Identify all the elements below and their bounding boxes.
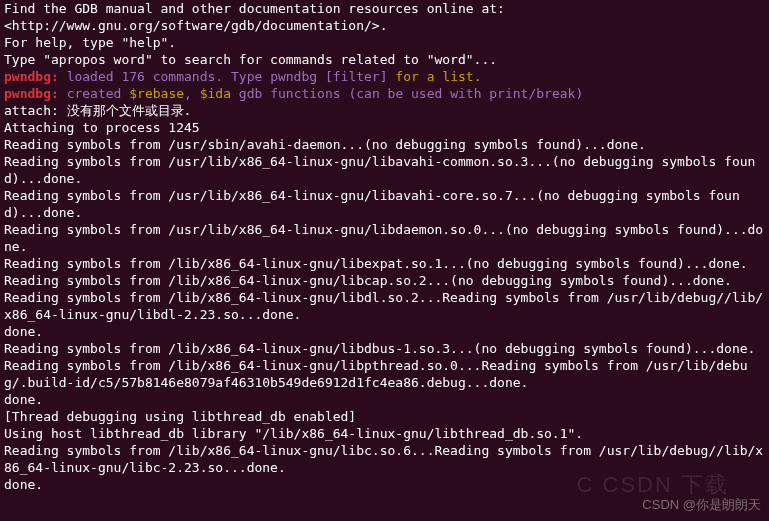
terminal-segment: <http://www.gnu.org/software/gdb/documen…	[4, 18, 388, 33]
terminal-segment: pwndbg:	[4, 69, 67, 84]
terminal-segment: Reading symbols from /usr/sbin/avahi-dae…	[4, 137, 646, 152]
terminal-line: [Thread debugging using libthread_db ena…	[4, 408, 765, 425]
terminal-segment: created	[67, 86, 130, 101]
terminal-line: pwndbg: created $rebase, $ida gdb functi…	[4, 85, 765, 102]
terminal-segment: Using host libthread_db library "/lib/x8…	[4, 426, 583, 441]
terminal-segment: [Thread debugging using libthread_db ena…	[4, 409, 356, 424]
terminal-line: <http://www.gnu.org/software/gdb/documen…	[4, 17, 765, 34]
terminal-segment: ,	[184, 86, 200, 101]
terminal-segment: Reading symbols from /lib/x86_64-linux-g…	[4, 290, 763, 322]
terminal-segment: Reading symbols from /lib/x86_64-linux-g…	[4, 341, 755, 356]
terminal-line: Reading symbols from /lib/x86_64-linux-g…	[4, 255, 765, 272]
terminal-line: Reading symbols from /lib/x86_64-linux-g…	[4, 289, 765, 323]
terminal-line: attach: 没有那个文件或目录.	[4, 102, 765, 119]
terminal-line: Using host libthread_db library "/lib/x8…	[4, 425, 765, 442]
terminal-segment: Attaching to process 1245	[4, 120, 200, 135]
watermark-text: CSDN @你是朗朗天	[642, 496, 761, 513]
watermark-ghost: C CSDN 下载	[577, 476, 729, 493]
terminal-line: Reading symbols from /usr/lib/x86_64-lin…	[4, 221, 765, 255]
terminal-segment: gdb functions (can be used with print/br…	[239, 86, 583, 101]
terminal-segment: done.	[4, 392, 43, 407]
terminal-line: Reading symbols from /lib/x86_64-linux-g…	[4, 357, 765, 391]
terminal-segment: loaded 176 commands. Type	[67, 69, 271, 84]
terminal-segment: Find the GDB manual and other documentat…	[4, 1, 505, 16]
terminal-segment: pwndbg:	[4, 86, 67, 101]
terminal-segment: Reading symbols from /usr/lib/x86_64-lin…	[4, 222, 763, 254]
terminal-line: Reading symbols from /usr/lib/x86_64-lin…	[4, 187, 765, 221]
terminal-line: Reading symbols from /lib/x86_64-linux-g…	[4, 442, 765, 476]
terminal-line: Reading symbols from /usr/sbin/avahi-dae…	[4, 136, 765, 153]
terminal-line: Reading symbols from /lib/x86_64-linux-g…	[4, 340, 765, 357]
terminal-segment: attach: 没有那个文件或目录.	[4, 103, 191, 118]
terminal-line: Reading symbols from /lib/x86_64-linux-g…	[4, 272, 765, 289]
terminal-segment: $ida	[200, 86, 239, 101]
terminal-output[interactable]: Find the GDB manual and other documentat…	[0, 0, 769, 493]
terminal-line: Reading symbols from /usr/lib/x86_64-lin…	[4, 153, 765, 187]
terminal-segment: pwndbg [filter]	[270, 69, 395, 84]
terminal-segment: $rebase	[129, 86, 184, 101]
terminal-line: Attaching to process 1245	[4, 119, 765, 136]
terminal-segment: Reading symbols from /lib/x86_64-linux-g…	[4, 273, 732, 288]
terminal-segment: done.	[4, 324, 43, 339]
terminal-line: done.	[4, 323, 765, 340]
terminal-segment: Type "apropos word" to search for comman…	[4, 52, 497, 67]
terminal-segment: done.	[4, 477, 43, 492]
terminal-segment: Reading symbols from /usr/lib/x86_64-lin…	[4, 154, 755, 186]
terminal-segment: For help, type "help".	[4, 35, 176, 50]
terminal-segment: for a list.	[395, 69, 481, 84]
terminal-line: done.	[4, 391, 765, 408]
terminal-line: Type "apropos word" to search for comman…	[4, 51, 765, 68]
terminal-segment: Reading symbols from /lib/x86_64-linux-g…	[4, 358, 748, 390]
terminal-segment: Reading symbols from /usr/lib/x86_64-lin…	[4, 188, 740, 220]
terminal-segment: Reading symbols from /lib/x86_64-linux-g…	[4, 256, 748, 271]
terminal-line: pwndbg: loaded 176 commands. Type pwndbg…	[4, 68, 765, 85]
terminal-line: For help, type "help".	[4, 34, 765, 51]
terminal-line: Find the GDB manual and other documentat…	[4, 0, 765, 17]
terminal-segment: Reading symbols from /lib/x86_64-linux-g…	[4, 443, 763, 475]
